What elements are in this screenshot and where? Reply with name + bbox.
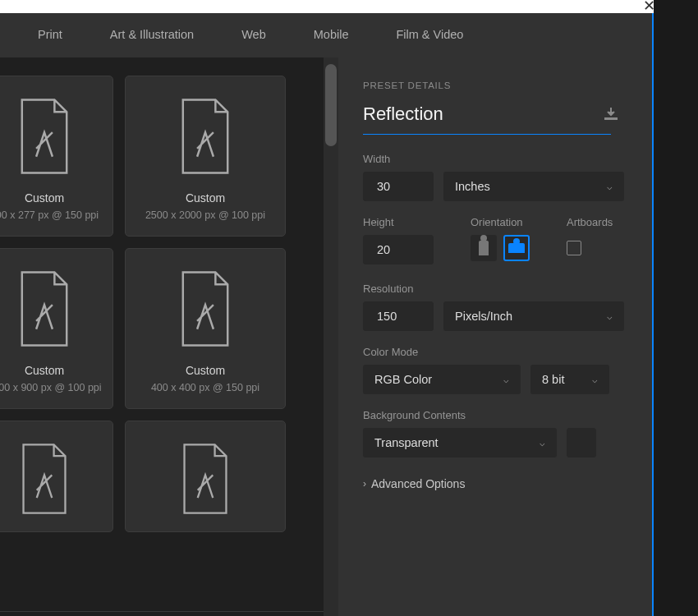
svg-rect-0 (604, 117, 618, 120)
document-icon (13, 443, 76, 515)
preset-card[interactable]: Custom 400 x 400 px @ 150 ppi (125, 248, 286, 409)
category-tabs: Print Art & Illustration Web Mobile Film… (0, 13, 654, 57)
resolution-unit-select[interactable]: Pixels/Inch ⌵ (443, 301, 624, 331)
background-select[interactable]: Transparent ⌵ (363, 428, 557, 457)
width-input[interactable] (363, 172, 434, 201)
name-underline (363, 134, 611, 135)
backdrop (654, 0, 698, 616)
width-unit-select[interactable]: Inches ⌵ (443, 172, 624, 201)
background-label: Background Contents (363, 409, 624, 421)
color-mode-label: Color Mode (363, 346, 624, 358)
preset-dimensions: 1200 x 900 px @ 100 ppi (0, 382, 102, 393)
advanced-options-toggle[interactable]: › Advanced Options (363, 477, 624, 490)
width-unit-value: Inches (455, 180, 490, 193)
preset-dimensions: 2500 x 2000 px @ 100 ppi (145, 209, 265, 221)
window-title-bar: ✕ (0, 0, 698, 13)
tab-mobile[interactable]: Mobile (314, 28, 349, 41)
advanced-options-label: Advanced Options (371, 477, 465, 490)
document-icon (174, 98, 236, 175)
preset-name: Custom (25, 364, 64, 377)
resolution-label: Resolution (363, 283, 624, 295)
background-value: Transparent (374, 436, 439, 449)
orientation-portrait-button[interactable] (471, 235, 497, 261)
landscape-icon (508, 243, 525, 253)
chevron-down-icon: ⌵ (540, 438, 545, 448)
preset-name: Custom (186, 191, 225, 205)
stock-search-bar: tock Go (0, 611, 324, 616)
background-color-swatch[interactable] (567, 428, 596, 457)
preset-card[interactable]: Custom 400 x 277 px @ 150 ppi (0, 76, 113, 237)
resolution-input[interactable] (363, 301, 434, 331)
artboards-label: Artboards (567, 216, 613, 228)
chevron-down-icon: ⌵ (503, 375, 509, 385)
width-label: Width (363, 153, 624, 165)
preset-dimensions: 400 x 400 px @ 150 ppi (151, 382, 259, 393)
document-icon (174, 443, 236, 515)
color-mode-value: RGB Color (374, 373, 432, 386)
preset-card[interactable]: Custom 2500 x 2000 px @ 100 ppi (125, 76, 286, 237)
artboards-checkbox[interactable] (567, 241, 581, 255)
document-icon (13, 270, 76, 347)
document-name-input[interactable] (363, 102, 593, 131)
color-mode-select[interactable]: RGB Color ⌵ (363, 365, 521, 394)
chevron-down-icon: ⌵ (607, 311, 613, 322)
resolution-unit-value: Pixels/Inch (455, 310, 512, 323)
scrollbar-track (324, 57, 338, 616)
tab-art-illustration[interactable]: Art & Illustration (110, 28, 194, 41)
preset-name: Custom (25, 191, 64, 205)
portrait-icon (479, 241, 489, 255)
document-icon (13, 98, 76, 175)
tab-film-video[interactable]: Film & Video (396, 28, 463, 41)
chevron-right-icon: › (363, 478, 366, 490)
bit-depth-value: 8 bit (542, 373, 564, 386)
preset-card[interactable] (0, 421, 113, 532)
tab-print[interactable]: Print (38, 28, 62, 41)
tab-web[interactable]: Web (241, 28, 266, 41)
preset-details-panel: PRESET DETAILS Width Inches ⌵ (338, 57, 654, 616)
orientation-label: Orientation (471, 216, 530, 228)
chevron-down-icon: ⌵ (607, 182, 613, 192)
height-label: Height (363, 216, 434, 228)
panel-title: PRESET DETAILS (363, 80, 624, 90)
document-icon (174, 270, 236, 347)
orientation-landscape-button[interactable] (503, 235, 530, 261)
preset-dimensions: 400 x 277 px @ 150 ppi (0, 209, 99, 221)
chevron-down-icon: ⌵ (592, 375, 598, 385)
bit-depth-select[interactable]: 8 bit ⌵ (530, 365, 609, 394)
download-preset-icon[interactable] (603, 108, 619, 125)
preset-name: Custom (186, 364, 225, 377)
preset-card[interactable]: Custom 1200 x 900 px @ 100 ppi (0, 248, 113, 409)
preset-gallery: Custom 400 x 277 px @ 150 ppi Custom 250… (0, 57, 338, 616)
scrollbar-thumb[interactable] (325, 64, 337, 146)
height-input[interactable] (363, 235, 434, 264)
preset-card[interactable] (125, 421, 286, 532)
